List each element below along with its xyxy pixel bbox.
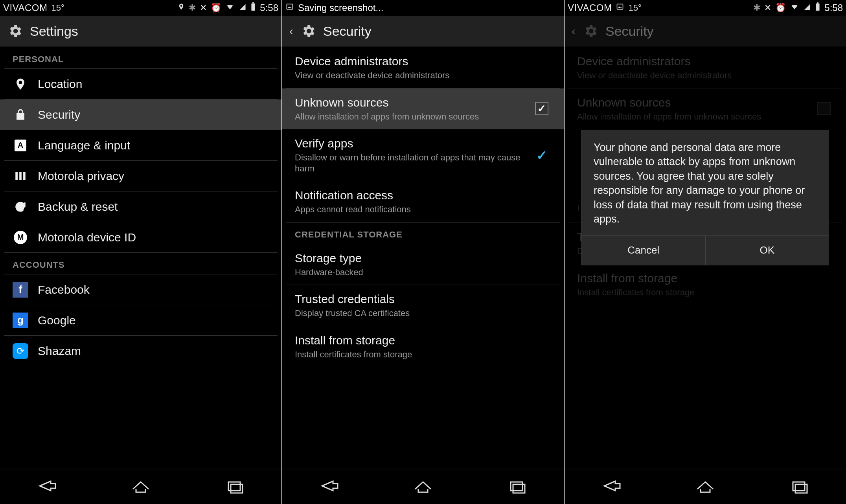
item-unknown-sources[interactable]: Unknown sources Allow installation of ap… [282,88,564,130]
image-status-icon [616,3,624,13]
dev-admin-sub: View or deactivate device administrators [295,70,551,81]
mute-icon: ✕ [200,3,207,13]
dialog-cancel-button[interactable]: Cancel [582,235,705,265]
google-label: Google [38,313,269,327]
notif-sub: Apps cannot read notifications [295,204,551,215]
verify-sub: Disallow or warn before installation of … [295,152,523,174]
nav-recent[interactable] [776,474,823,499]
status-bar: VIVACOM 15° ✱ ✕ ⏰ 5:58 [0,0,281,16]
location-status-icon [178,2,185,13]
battery-icon [250,2,256,13]
unknown-title: Unknown sources [295,96,523,110]
install-sub: Install certificates from storage [295,349,551,360]
signal-icon [239,3,246,13]
item-google[interactable]: g Google [4,305,278,336]
moto-id-label: Motorola device ID [38,230,269,245]
privacy-icon [13,169,28,183]
location-label: Location [38,77,269,91]
item-facebook[interactable]: f Facebook [4,274,278,305]
item-language[interactable]: A Language & input [4,130,278,161]
shazam-label: Shazam [38,344,269,358]
chevron-back-icon: ‹ [572,24,576,38]
nav-bar [0,469,281,504]
language-icon: A [13,140,28,151]
lock-icon [13,108,28,121]
status-bar-3: VIVACOM 15° ✱ ✕ ⏰ 5:58 [565,0,846,16]
backup-icon [13,200,28,213]
status-bar-2: Saving screenshot... [282,0,564,16]
gear-icon [300,23,316,39]
section-cred: CREDENTIAL STORAGE [286,223,560,244]
security-content-dim: Device administrators View or deactivate… [565,47,846,469]
nav-home[interactable] [682,474,729,499]
notif-title: Notification access [295,188,551,202]
shazam-icon: ⟳ [13,343,28,359]
security-content: Device administrators View or deactivate… [282,47,564,469]
section-personal: PERSONAL [4,47,278,69]
svg-rect-0 [252,4,255,11]
security-label: Security [38,108,269,122]
trusted-title: Trusted credentials [295,292,551,306]
backup-label: Backup & reset [38,200,269,214]
item-moto-privacy[interactable]: Motorola privacy [4,161,278,191]
settings-title: Settings [30,24,78,39]
google-icon: g [13,313,28,328]
app-header-security-dim: ‹ Security [565,16,846,47]
wifi-icon [790,3,799,13]
install-title: Install from storage [295,333,551,348]
carrier-label: VIVACOM [568,2,612,13]
moto-icon: M [13,231,28,244]
item-backup[interactable]: Backup & reset [4,191,278,222]
nav-back[interactable] [23,474,70,499]
verify-checkbox[interactable] [535,149,548,162]
item-notif-access[interactable]: Notification access Apps cannot read not… [286,181,560,223]
phone-security-dialog: VIVACOM 15° ✱ ✕ ⏰ 5:58 ‹ Security [565,0,846,504]
phone-settings: VIVACOM 15° ✱ ✕ ⏰ 5:58 Settings PERSONAL [0,0,282,504]
language-label: Language & input [38,138,269,153]
dialog-scrim: Your phone and personal data are more vu… [565,47,846,469]
nav-home[interactable] [399,474,447,499]
item-moto-id[interactable]: M Motorola device ID [4,222,278,253]
gear-icon [583,23,598,39]
clock: 5:58 [260,2,278,13]
item-trusted-cred[interactable]: Trusted credentials Display trusted CA c… [286,285,560,326]
unknown-sources-dialog: Your phone and personal data are more vu… [581,130,829,265]
app-header-security[interactable]: ‹ Security [282,16,564,47]
dev-admin-title: Device administrators [295,54,551,68]
image-status-icon [285,3,294,13]
battery-icon [815,2,820,13]
svg-rect-1 [252,2,254,4]
item-security[interactable]: Security [0,99,281,130]
phone-security: Saving screenshot... ‹ Security Device a… [282,0,565,504]
nav-back[interactable] [305,474,353,499]
mute-icon: ✕ [764,3,771,13]
saving-screenshot: Saving screenshot... [298,2,383,13]
alarm-icon: ⏰ [775,3,786,13]
item-dev-admin[interactable]: Device administrators View or deactivate… [286,47,560,88]
verify-title: Verify apps [295,136,523,151]
section-accounts: ACCOUNTS [4,253,278,274]
item-storage-type[interactable]: Storage type Hardware-backed [286,244,560,285]
nav-home[interactable] [117,474,164,499]
temperature: 15° [51,3,64,13]
storage-sub: Hardware-backed [295,267,551,278]
facebook-icon: f [13,282,28,298]
gear-icon [7,23,23,39]
bluetooth-icon: ✱ [189,3,196,13]
nav-recent[interactable] [493,474,541,499]
chevron-back-icon: ‹ [289,24,293,38]
svg-rect-4 [287,4,293,9]
item-verify-apps[interactable]: Verify apps Disallow or warn before inst… [286,129,560,181]
item-install-storage[interactable]: Install from storage Install certificate… [286,326,560,367]
item-location[interactable]: Location [4,69,278,99]
bluetooth-icon: ✱ [753,3,760,13]
dialog-ok-button[interactable]: OK [705,235,829,265]
facebook-label: Facebook [38,283,269,297]
nav-recent[interactable] [211,474,258,499]
item-shazam[interactable]: ⟳ Shazam [4,336,278,366]
nav-back[interactable] [588,474,635,499]
moto-privacy-label: Motorola privacy [38,169,269,183]
security-title-dim: Security [605,24,654,39]
svg-rect-7 [617,4,623,9]
unknown-checkbox[interactable] [535,102,548,115]
